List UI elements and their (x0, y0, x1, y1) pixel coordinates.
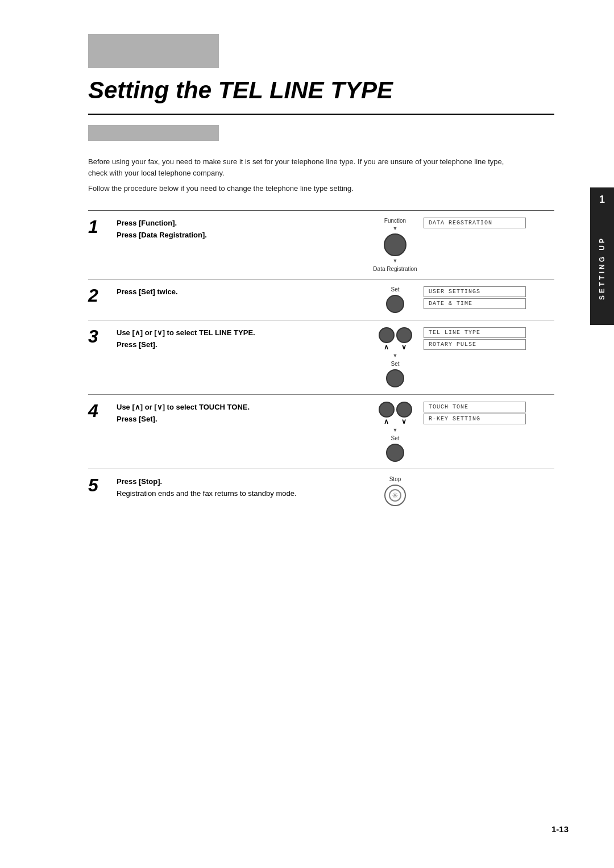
step4-display1: TOUCH TONE (424, 402, 526, 412)
title-rule (88, 114, 554, 115)
step2-display2: DATE & TIME (424, 298, 526, 309)
step3-display1: TEL LINE TYPE (424, 327, 526, 338)
intro-line1: Before using your fax, you need to make … (88, 156, 520, 178)
side-tab-text: SETTING UP (598, 236, 606, 300)
step3-arrow-indicator: ▼ (393, 353, 398, 358)
step-number-4: 4 (88, 402, 111, 420)
step3-set-btn[interactable] (386, 369, 404, 387)
side-tab-text-box: SETTING UP (590, 211, 614, 325)
step4-main: Use [∧] or [∨] to select TOUCH TONE. (117, 402, 367, 414)
step3-main: Use [∧] or [∨] to select TEL LINE TYPE. (117, 327, 367, 339)
step2-set-btn[interactable] (386, 295, 404, 313)
step3-display2: ROTARY PULSE (424, 339, 526, 350)
step2-main: Press [Set] twice. (117, 286, 367, 298)
step4-display-col: TOUCH TONE R-KEY SETTING (424, 402, 526, 424)
intro-text: Before using your fax, you need to make … (88, 156, 520, 199)
step-row-1: 1 Press [Function]. Press [Data Registra… (88, 210, 554, 279)
intro-line2: Follow the procedure below if you need t… (88, 183, 520, 194)
step3-display-col: TEL LINE TYPE ROTARY PULSE (424, 327, 526, 350)
step-number-2: 2 (88, 286, 111, 304)
step1-right: Function ▼ ▼ Data Registration DATA REGS… (372, 218, 554, 272)
second-decorative-bar (88, 125, 219, 141)
step-row-3: 3 Use [∧] or [∨] to select TEL LINE TYPE… (88, 320, 554, 394)
side-tab-group: 1 SETTING UP (590, 187, 614, 325)
step1-button-col: Function ▼ ▼ Data Registration (372, 218, 418, 272)
step4-set-btn[interactable] (386, 444, 404, 462)
step4-arrow-indicator: ▼ (393, 428, 398, 433)
page-number: 1-13 (551, 824, 569, 834)
step-number-5: 5 (88, 476, 111, 494)
step-number-3: 3 (88, 327, 111, 345)
step5-stop-btn[interactable]: ✳ (384, 485, 406, 506)
side-tab-number: 1 (590, 187, 614, 211)
step1-function-btn[interactable] (384, 233, 406, 256)
step4-down-btn[interactable] (396, 402, 412, 418)
step-instructions-3: Use [∧] or [∨] to select TEL LINE TYPE. … (111, 327, 372, 351)
step4-display2: R-KEY SETTING (424, 414, 526, 424)
step-number-1: 1 (88, 218, 111, 236)
step3-up-btn[interactable] (379, 327, 395, 343)
step4-button-col: ∧ ∨ ▼ Set (372, 402, 418, 462)
step1-arrow2: ▼ (393, 258, 398, 264)
page-container: Setting the TEL LINE TYPE 1 SETTING UP B… (0, 0, 614, 868)
step3-down-btn[interactable] (396, 327, 412, 343)
step-instructions-1: Press [Function]. Press [Data Registrati… (111, 218, 372, 241)
step-row-2: 2 Press [Set] twice. Set USER SETTINGS D… (88, 279, 554, 320)
steps-area: 1 Press [Function]. Press [Data Registra… (88, 210, 554, 513)
step1-btn-label2: Data Registration (373, 266, 417, 272)
step1-main: Press [Function]. (117, 218, 367, 229)
step5-stop-btn-inner: ✳ (389, 489, 401, 502)
step3-arrow-pair: ∧ ∨ (379, 327, 412, 351)
step5-button-col: Stop ✳ (372, 476, 418, 506)
step-row-5: 5 Press [Stop]. Registration ends and th… (88, 469, 554, 513)
step1-arrow1: ▼ (393, 226, 398, 231)
step1-btn-label1: Function (384, 218, 406, 224)
step2-btn-label1: Set (391, 286, 399, 293)
stop-icon: ✳ (392, 491, 399, 500)
step2-display-col: USER SETTINGS DATE & TIME (424, 286, 526, 309)
step5-sub: Registration ends and the fax returns to… (117, 488, 367, 500)
step5-main: Press [Stop]. (117, 476, 367, 488)
top-decorative-bar (88, 34, 219, 68)
page-title: Setting the TEL LINE TYPE (88, 77, 393, 104)
step4-right: ∧ ∨ ▼ Set TOUCH TONE R-KEY SETTING (372, 402, 554, 462)
step-row-4: 4 Use [∧] or [∨] to select TOUCH TONE. P… (88, 394, 554, 469)
step4-sub: Press [Set]. (117, 414, 367, 425)
step-instructions-2: Press [Set] twice. (111, 286, 372, 298)
step3-sub: Press [Set]. (117, 339, 367, 351)
step4-up-btn[interactable] (379, 402, 395, 418)
step2-display1: USER SETTINGS (424, 286, 526, 297)
step-instructions-5: Press [Stop]. Registration ends and the … (111, 476, 372, 500)
step3-button-col: ∧ ∨ ▼ Set (372, 327, 418, 387)
step1-sub: Press [Data Registration]. (117, 229, 367, 241)
step1-display-col: DATA REGSTRATION (424, 218, 526, 228)
step4-arrow-pair: ∧ ∨ (379, 402, 412, 425)
step2-right: Set USER SETTINGS DATE & TIME (372, 286, 554, 313)
step2-button-col: Set (372, 286, 418, 313)
step1-display1: DATA REGSTRATION (424, 218, 526, 228)
step3-right: ∧ ∨ ▼ Set TEL LINE TYPE ROTARY PULSE (372, 327, 554, 387)
step-instructions-4: Use [∧] or [∨] to select TOUCH TONE. Pre… (111, 402, 372, 425)
step5-btn-label1: Stop (389, 476, 401, 482)
step4-btn-set-label: Set (391, 435, 399, 441)
step3-btn-set-label: Set (391, 361, 399, 367)
step5-right: Stop ✳ (372, 476, 554, 506)
